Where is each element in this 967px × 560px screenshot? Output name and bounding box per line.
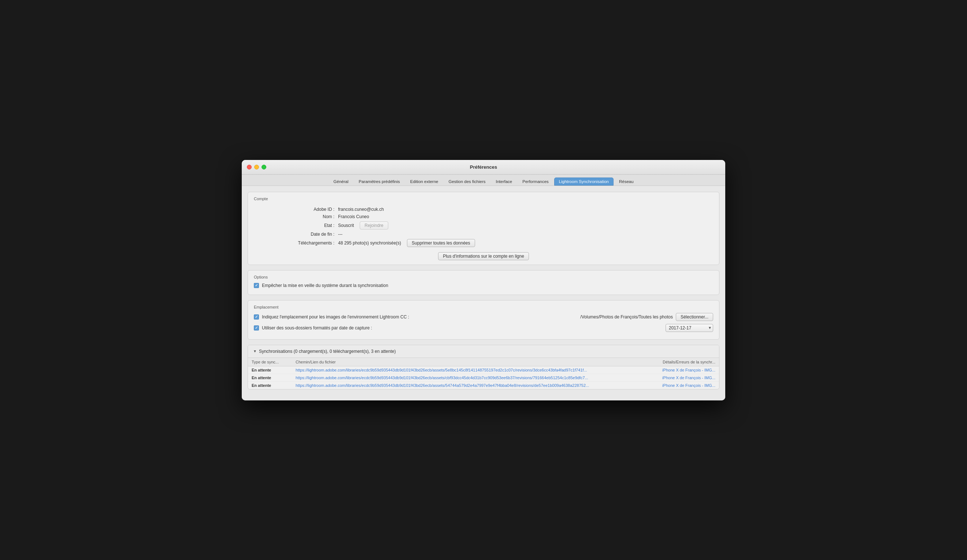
- telechargements-value: 48 295 photo(s) synchronisée(s): [338, 240, 401, 245]
- col-type-header: Type de sync...: [248, 358, 292, 366]
- adobe-id-label: Adobe ID :: [261, 207, 335, 212]
- location-row: Indiquez l'emplacement pour les images d…: [254, 313, 713, 321]
- info-row: Plus d'informations sur le compte en lig…: [254, 252, 713, 260]
- collapse-icon[interactable]: ▼: [253, 349, 257, 353]
- tab-files[interactable]: Gestion des fichiers: [444, 178, 490, 186]
- downloads-row: 48 295 photo(s) synchronisée(s) Supprime…: [338, 239, 706, 247]
- tab-presets[interactable]: Paramètres prédéfinis: [354, 178, 405, 186]
- maximize-button[interactable]: [262, 165, 266, 170]
- window-title: Préférences: [470, 164, 497, 170]
- etat-label: Etat :: [261, 223, 335, 228]
- info-button[interactable]: Plus d'informations sur le compte en lig…: [438, 252, 529, 260]
- detail-2[interactable]: iPhone X de François - IMG...: [639, 374, 719, 381]
- options-section-title: Options: [254, 275, 713, 279]
- tabs-bar: Général Paramètres prédéfinis Edition ex…: [242, 175, 725, 186]
- adobe-id-value: francois.cuneo@cuk.ch: [338, 207, 706, 212]
- tab-general[interactable]: Général: [328, 178, 353, 186]
- prevent-sleep-checkbox[interactable]: [254, 283, 259, 288]
- date-fin-label: Date de fin :: [261, 232, 335, 237]
- table-row: En attente https://lightroom.adobe.com/l…: [248, 374, 719, 381]
- emplacement-section: Emplacement Indiquez l'emplacement pour …: [248, 300, 719, 340]
- preferences-window: Préférences Général Paramètres prédéfini…: [242, 160, 725, 400]
- status-1: En attente: [248, 366, 292, 374]
- sync-header-label: Synchronisations (0 chargement(s), 0 tél…: [259, 349, 396, 354]
- account-section-title: Compte: [254, 196, 713, 201]
- subfolders-checkbox[interactable]: [254, 325, 259, 331]
- location-label: Indiquez l'emplacement pour les images d…: [262, 315, 409, 320]
- sync-section: ▼ Synchronisations (0 chargement(s), 0 t…: [248, 345, 719, 389]
- detail-1[interactable]: iPhone X de François - IMG...: [639, 366, 719, 374]
- tab-external[interactable]: Edition externe: [406, 178, 443, 186]
- date-select-wrapper: 2017-12-17 ▼: [665, 324, 713, 332]
- minimize-button[interactable]: [254, 165, 259, 170]
- telechargements-label: Téléchargements :: [261, 240, 335, 245]
- sync-table-header-row: Type de sync... Chemin/Lien du fichier D…: [248, 358, 719, 366]
- nom-value: Francois Cuneo: [338, 214, 706, 219]
- traffic-lights: [247, 165, 266, 170]
- rejoindre-button[interactable]: Rejoindre: [360, 221, 388, 229]
- prevent-sleep-row: Empêcher la mise en veille du système du…: [254, 283, 713, 288]
- etat-value: Souscrit: [338, 223, 354, 228]
- table-row: En attente https://lightroom.adobe.com/l…: [248, 381, 719, 389]
- selectionner-button[interactable]: Sélectionner...: [676, 313, 713, 321]
- tab-network[interactable]: Réseau: [614, 178, 639, 186]
- account-grid: Adobe ID : francois.cuneo@cuk.ch Nom : F…: [254, 204, 713, 249]
- account-section: Compte Adobe ID : francois.cuneo@cuk.ch …: [248, 192, 719, 265]
- link-2[interactable]: https://lightroom.adobe.com/libraries/ec…: [292, 374, 639, 381]
- col-path-header: Chemin/Lien du fichier: [292, 358, 639, 366]
- table-row: En attente https://lightroom.adobe.com/l…: [248, 366, 719, 374]
- tab-interface[interactable]: Interface: [491, 178, 517, 186]
- location-path: /Volumes/Photos de François/Toutes les p…: [580, 315, 673, 320]
- status-3: En attente: [248, 381, 292, 389]
- close-button[interactable]: [247, 165, 252, 170]
- col-detail-header: Détails/Erreurs de la synchr...: [639, 358, 719, 366]
- content-area: Compte Adobe ID : francois.cuneo@cuk.ch …: [242, 186, 725, 400]
- tab-performances[interactable]: Performances: [518, 178, 553, 186]
- date-fin-value: ---: [338, 232, 706, 237]
- date-select[interactable]: 2017-12-17: [665, 324, 713, 332]
- tab-lightroom[interactable]: Lightroom Synchronisation: [554, 178, 614, 186]
- titlebar: Préférences: [242, 160, 725, 175]
- link-3[interactable]: https://lightroom.adobe.com/libraries/ec…: [292, 381, 639, 389]
- subfolders-row: Utiliser des sous-dossiers formatés par …: [254, 324, 713, 332]
- status-2: En attente: [248, 374, 292, 381]
- sync-table: Type de sync... Chemin/Lien du fichier D…: [248, 358, 719, 389]
- prevent-sleep-label: Empêcher la mise en veille du système du…: [262, 283, 388, 288]
- sync-header: ▼ Synchronisations (0 chargement(s), 0 t…: [248, 345, 719, 358]
- detail-3[interactable]: iPhone X de François - IMG...: [639, 381, 719, 389]
- link-1[interactable]: https://lightroom.adobe.com/libraries/ec…: [292, 366, 639, 374]
- supprimer-button[interactable]: Supprimer toutes les données: [407, 239, 475, 247]
- emplacement-section-title: Emplacement: [254, 305, 713, 309]
- location-checkbox[interactable]: [254, 315, 259, 320]
- subfolders-label: Utiliser des sous-dossiers formatés par …: [262, 325, 372, 331]
- nom-label: Nom :: [261, 214, 335, 219]
- options-section: Options Empêcher la mise en veille du sy…: [248, 270, 719, 295]
